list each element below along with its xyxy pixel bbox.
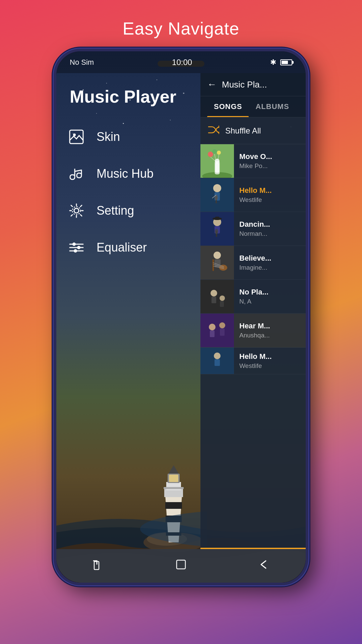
svg-rect-66 xyxy=(215,259,221,267)
drawer-menu: Music Player Skin xyxy=(56,73,200,549)
drawer-item-setting[interactable]: Setting xyxy=(66,201,190,221)
songs-panel: ← Music Pla... SONGS ALBUMS Shuf xyxy=(200,73,306,549)
svg-point-73 xyxy=(210,290,217,297)
svg-point-61 xyxy=(215,229,218,234)
song-item[interactable]: Hello M... Westlife xyxy=(200,347,306,374)
svg-point-47 xyxy=(217,151,221,155)
page-title: Easy Navigate xyxy=(123,18,239,39)
svg-rect-74 xyxy=(212,297,216,303)
song-thumbnail xyxy=(200,280,234,313)
svg-rect-79 xyxy=(210,330,215,337)
song-thumbnail xyxy=(200,314,234,347)
song-title: No Pla... xyxy=(239,288,268,297)
song-artist: Mike Po... xyxy=(239,162,272,170)
svg-point-31 xyxy=(74,208,79,213)
svg-marker-39 xyxy=(219,125,219,128)
song-item[interactable]: Hello M... Westlife xyxy=(200,178,306,212)
song-thumbnail xyxy=(200,246,234,279)
drawer-item-music-hub[interactable]: Music Hub xyxy=(66,164,190,184)
song-thumbnail xyxy=(200,347,234,374)
svg-point-83 xyxy=(214,353,221,359)
svg-point-36 xyxy=(77,246,80,249)
song-info: Hello M... Westlife xyxy=(234,348,277,374)
svg-point-75 xyxy=(220,296,225,301)
song-title: Hello M... xyxy=(239,186,272,195)
song-title: Hello M... xyxy=(239,352,272,361)
song-item[interactable]: Move O... Mike Po... xyxy=(200,144,306,178)
shuffle-row[interactable]: Shuffle All xyxy=(200,117,306,144)
status-icons: ✱ xyxy=(270,58,292,67)
song-info: Hear M... Anushqa... xyxy=(234,318,276,343)
drawer-title: Music Player xyxy=(70,87,190,107)
song-artist: Imagine... xyxy=(239,264,271,271)
music-hub-icon xyxy=(66,164,86,184)
svg-rect-41 xyxy=(200,144,234,178)
skin-label: Skin xyxy=(97,130,120,144)
status-bar: No Sim 10:00 ✱ xyxy=(56,51,306,73)
svg-point-52 xyxy=(213,184,221,192)
svg-point-78 xyxy=(209,324,216,330)
svg-point-80 xyxy=(219,322,225,328)
setting-label: Setting xyxy=(97,204,134,218)
svg-point-34 xyxy=(72,243,76,246)
song-info: Hello M... Westlife xyxy=(234,182,277,208)
bluetooth-icon: ✱ xyxy=(270,58,276,67)
tab-albums[interactable]: ALBUMS xyxy=(249,96,296,117)
music-hub-label: Music Hub xyxy=(97,167,154,181)
svg-point-65 xyxy=(214,252,221,259)
no-sim-label: No Sim xyxy=(70,58,94,67)
skin-icon xyxy=(66,127,86,147)
song-info: Believe... Imagine... xyxy=(234,250,277,275)
song-title: Dancin... xyxy=(239,220,270,229)
song-thumbnail xyxy=(200,144,234,178)
svg-rect-76 xyxy=(220,301,224,307)
svg-rect-77 xyxy=(200,314,234,347)
tabs-row: SONGS ALBUMS xyxy=(200,96,306,117)
nav-recent-apps[interactable] xyxy=(78,553,118,579)
bottom-navigation xyxy=(56,549,306,583)
song-artist: Norman... xyxy=(239,230,270,237)
shuffle-icon xyxy=(207,123,219,138)
tab-songs[interactable]: SONGS xyxy=(207,96,249,117)
song-thumbnail xyxy=(200,178,234,212)
song-item[interactable]: Hear M... Anushqa... xyxy=(200,314,306,347)
songs-panel-header: ← Music Pla... xyxy=(200,73,306,96)
song-artist: Westlife xyxy=(239,362,272,370)
drawer-item-equaliser[interactable]: Equaliser xyxy=(66,237,190,258)
drawer-item-skin[interactable]: Skin xyxy=(66,127,190,147)
shuffle-label: Shuffle All xyxy=(225,126,261,136)
battery-icon xyxy=(280,59,292,65)
svg-point-46 xyxy=(212,149,217,154)
songs-list: Move O... Mike Po... xyxy=(200,144,306,549)
svg-rect-29 xyxy=(70,130,83,144)
song-item[interactable]: Dancin... Norman... xyxy=(200,212,306,246)
setting-icon xyxy=(66,201,86,221)
nav-back[interactable] xyxy=(244,553,284,579)
svg-rect-84 xyxy=(215,359,220,366)
screen: No Sim 10:00 ✱ Music Player xyxy=(56,51,306,583)
song-item[interactable]: No Pla... N, A xyxy=(200,280,306,314)
song-thumbnail xyxy=(200,212,234,246)
svg-rect-43 xyxy=(215,163,219,173)
song-title: Move O... xyxy=(239,152,272,161)
equaliser-label: Equaliser xyxy=(97,240,147,255)
song-artist: Anushqa... xyxy=(239,332,270,339)
svg-rect-86 xyxy=(177,560,185,569)
song-artist: Westlife xyxy=(239,196,272,204)
nav-home[interactable] xyxy=(161,553,201,579)
song-title: Hear M... xyxy=(239,322,270,330)
song-title: Believe... xyxy=(239,254,271,263)
svg-rect-72 xyxy=(200,280,234,313)
time-label: 10:00 xyxy=(172,58,192,67)
song-artist: N, A xyxy=(239,298,268,305)
svg-marker-40 xyxy=(219,131,219,134)
song-info: Move O... Mike Po... xyxy=(234,148,278,174)
svg-rect-81 xyxy=(220,328,225,336)
back-arrow-icon[interactable]: ← xyxy=(207,79,217,90)
song-info: No Pla... N, A xyxy=(234,284,274,309)
songs-header-title: Music Pla... xyxy=(222,79,267,90)
phone-shell: No Sim 10:00 ✱ Music Player xyxy=(54,49,308,585)
song-info: Dancin... Norman... xyxy=(234,216,276,241)
song-item[interactable]: Believe... Imagine... xyxy=(200,246,306,280)
svg-rect-63 xyxy=(215,217,219,219)
